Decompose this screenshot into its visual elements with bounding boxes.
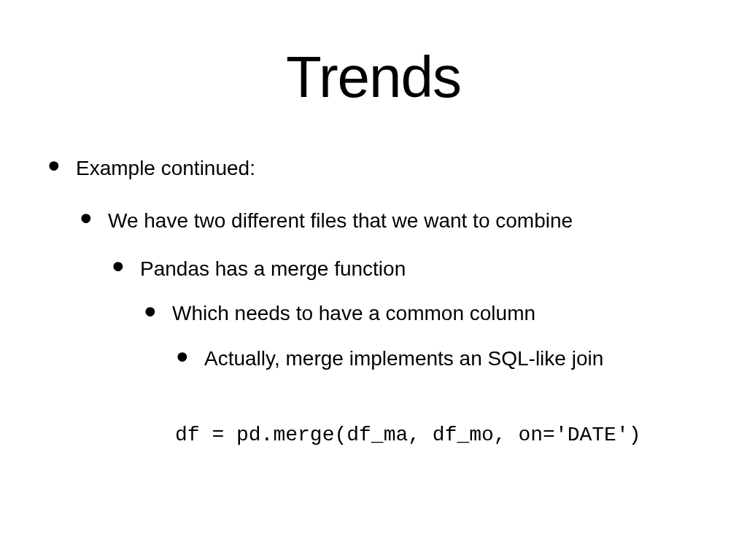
- bullet-level-5: Actually, merge implements an SQL-like j…: [172, 345, 703, 373]
- slide-title: Trends: [44, 44, 703, 111]
- bullet-level-1: Example continued:: [44, 155, 703, 182]
- bullet-level-4: Which needs to have a common column: [140, 300, 703, 327]
- bullet-level-3: Pandas has a merge function: [108, 255, 703, 283]
- bullet-level-2: We have two different files that we want…: [76, 207, 703, 235]
- bullet-list: Example continued: We have two different…: [44, 155, 703, 373]
- slide: Trends Example continued: We have two di…: [0, 0, 747, 560]
- code-snippet: df = pd.merge(df_ma, df_mo, on='DATE'): [175, 424, 703, 446]
